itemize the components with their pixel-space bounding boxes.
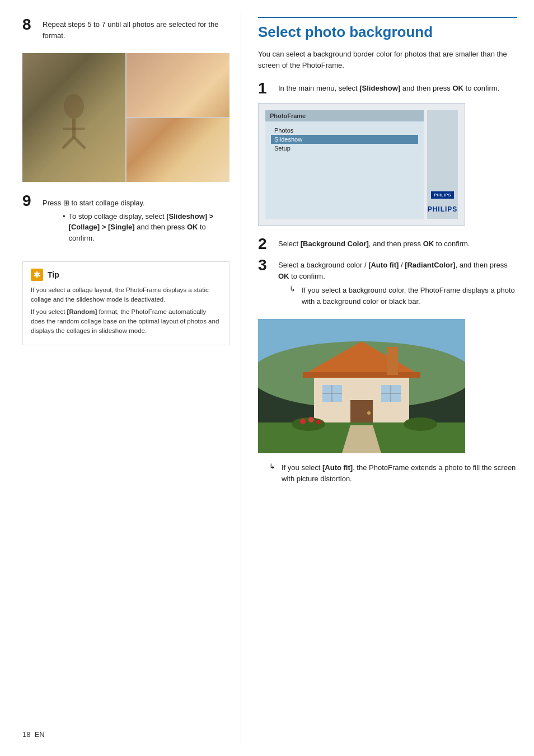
photo-couple: [127, 53, 229, 117]
menu-item-slideshow: Slideshow: [271, 135, 418, 144]
svg-point-22: [300, 419, 306, 424]
step-9: 9 Press ⊞ to start collage display. • To…: [22, 193, 229, 246]
step-1: 1 In the main menu, select [Slideshow] a…: [258, 81, 517, 96]
svg-point-21: [404, 417, 437, 431]
svg-point-0: [64, 94, 84, 119]
menu-item-photos: Photos: [271, 126, 418, 135]
tip-title: Tip: [48, 270, 59, 279]
step-2: 2 Select [Background Color], and then pr…: [258, 236, 517, 252]
step-3-number: 3: [258, 257, 278, 273]
step-1-number: 1: [258, 81, 278, 96]
philips-logo-small: PHILIPS: [431, 191, 454, 199]
tip-bullet-1: If you select a collage layout, the Phot…: [31, 285, 221, 305]
step-8-text: Repeat steps 5 to 7 until all photos are…: [43, 17, 229, 41]
step-2-number: 2: [258, 236, 278, 252]
step-9-bullet: • To stop collage display, select [Slide…: [63, 211, 229, 244]
device-mockup: PhotoFrame Photos Slideshow Setup PHILIP…: [258, 103, 465, 226]
svg-point-20: [292, 417, 325, 431]
photo-woman: [127, 118, 229, 182]
step-8-number: 8: [22, 17, 43, 32]
menu-item-setup: Setup: [271, 144, 418, 153]
step-1-text: In the main menu, select [Slideshow] and…: [278, 81, 499, 94]
tip-icon: ✱: [31, 269, 43, 281]
page-footer: 18 EN: [22, 719, 229, 739]
svg-rect-10: [387, 347, 398, 375]
photo-skater: [22, 53, 125, 182]
device-side-panel: PHILIPS PHILIPS: [427, 110, 458, 219]
device-screen: PhotoFrame Photos Slideshow Setup: [265, 110, 424, 219]
step-3: 3 Select a background color / [Auto fit]…: [258, 257, 517, 310]
skater-svg: [51, 84, 96, 151]
svg-rect-9: [303, 372, 420, 378]
page-lang: EN: [35, 730, 45, 739]
section-title: Select photo background: [258, 17, 517, 41]
intro-text: You can select a background border color…: [258, 49, 517, 71]
step-8: 8 Repeat steps 5 to 7 until all photos a…: [22, 17, 229, 41]
step-3-text: Select a background color / [Auto fit] /…: [278, 257, 517, 281]
step-9-bullet-text: To stop collage display, select [Slidesh…: [69, 211, 229, 244]
house-svg: [258, 319, 465, 453]
step-9-text: Press ⊞ to start collage display.: [43, 195, 229, 209]
tip-bullet-2: If you select [Random] format, the Photo…: [31, 307, 221, 336]
step-3-arrow1: ↳ If you select a background color, the …: [289, 285, 517, 307]
svg-line-4: [74, 137, 85, 148]
step-3-arrow2-text: If you select [Auto fit], the PhotoFrame…: [282, 462, 517, 484]
tip-header: ✱ Tip: [31, 269, 221, 281]
left-column: 8 Repeat steps 5 to 7 until all photos a…: [0, 0, 241, 756]
svg-point-23: [308, 417, 314, 422]
philips-logo-large: PHILIPS: [428, 205, 458, 213]
svg-line-3: [63, 137, 74, 148]
step-3-arrow1-text: If you select a background color, the Ph…: [302, 285, 517, 307]
right-column: Select photo background You can select a…: [241, 0, 534, 756]
device-menu: Photos Slideshow Setup: [265, 121, 424, 157]
tip-box: ✱ Tip If you select a collage layout, th…: [22, 261, 229, 345]
step-3-arrow2: ↳ If you select [Auto fit], the PhotoFra…: [269, 462, 517, 484]
svg-point-24: [316, 420, 321, 424]
device-screen-header: PhotoFrame: [265, 110, 424, 121]
svg-point-12: [367, 411, 371, 415]
step-2-text: Select [Background Color], and then pres…: [278, 236, 470, 250]
page-number: 18: [22, 730, 30, 739]
house-photo: [258, 319, 465, 453]
step-9-number: 9: [22, 193, 43, 209]
photo-collage: [22, 53, 229, 182]
